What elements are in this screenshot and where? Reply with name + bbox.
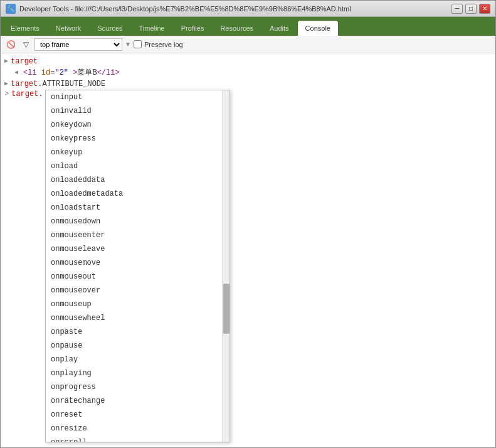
- list-item[interactable]: onscroll: [46, 435, 222, 442]
- frame-select[interactable]: top frame: [34, 38, 122, 51]
- console-line-html: ◀ <li id="2" >菜单B</li>: [4, 67, 492, 78]
- close-button[interactable]: ✕: [479, 4, 490, 14]
- list-item[interactable]: onratechange: [46, 394, 222, 408]
- window-controls: ─ □ ✕: [451, 4, 490, 14]
- prompt-arrow: >: [4, 90, 9, 99]
- tab-resources[interactable]: Resources: [213, 21, 261, 36]
- dropdown-list[interactable]: oninput oninvalid onkeydown onkeypress o…: [46, 90, 222, 442]
- list-item[interactable]: onprogress: [46, 380, 222, 394]
- list-item[interactable]: onreset: [46, 408, 222, 422]
- preserve-log-label: Preserve log: [144, 41, 183, 48]
- list-item[interactable]: onkeypress: [46, 132, 222, 146]
- list-item[interactable]: onkeyup: [46, 146, 222, 159]
- scrollbar-track[interactable]: [222, 90, 230, 442]
- tab-elements[interactable]: Elements: [3, 21, 47, 36]
- target-text: target: [11, 56, 38, 67]
- html-tag: <li id="2" >菜单B</li>: [23, 67, 120, 78]
- tab-bar: Elements Network Sources Timeline Profil…: [1, 17, 495, 36]
- list-item[interactable]: onmousewheel: [46, 311, 222, 325]
- maximize-button[interactable]: □: [465, 4, 477, 14]
- autocomplete-dropdown: oninput oninvalid onkeydown onkeypress o…: [45, 90, 230, 442]
- console-line-target: ▶ target: [4, 56, 492, 67]
- list-item[interactable]: onpaste: [46, 325, 222, 339]
- tab-console[interactable]: Console: [298, 21, 338, 36]
- list-item[interactable]: onmouseup: [46, 297, 222, 311]
- list-item[interactable]: onkeydown: [46, 118, 222, 132]
- tab-sources[interactable]: Sources: [90, 21, 130, 36]
- expand-arrow-3[interactable]: ▶: [4, 78, 8, 90]
- console-content: ▶ target ◀ <li id="2" >菜单B</li> ▶ target…: [1, 53, 495, 447]
- list-item[interactable]: onmousedown: [46, 215, 222, 228]
- list-item[interactable]: onmouseover: [46, 284, 222, 297]
- list-item[interactable]: onmousemove: [46, 256, 222, 270]
- tab-network[interactable]: Network: [48, 21, 88, 36]
- list-item[interactable]: onpause: [46, 339, 222, 353]
- list-item[interactable]: onloadstart: [46, 201, 222, 215]
- list-item[interactable]: onmouseleave: [46, 242, 222, 256]
- clear-button[interactable]: 🚫: [4, 38, 17, 51]
- filter-button[interactable]: ▽: [19, 38, 32, 51]
- expand-arrow-1[interactable]: ▶: [4, 56, 8, 67]
- tab-profiles[interactable]: Profiles: [174, 21, 212, 36]
- attr-node-text: .ATTRIBUTE_NODE: [38, 78, 105, 90]
- window-title: Developer Tools - file:///C:/Users/l3/De…: [19, 5, 451, 13]
- list-item[interactable]: oninvalid: [46, 104, 222, 118]
- expand-arrow-2[interactable]: ◀: [14, 67, 18, 78]
- list-item[interactable]: onload: [46, 159, 222, 173]
- list-item[interactable]: onloadedmetadata: [46, 187, 222, 201]
- title-bar: 🔧 Developer Tools - file:///C:/Users/l3/…: [1, 1, 495, 17]
- list-item[interactable]: onmouseout: [46, 270, 222, 284]
- tab-timeline[interactable]: Timeline: [132, 21, 172, 36]
- console-line-attr: ▶ target.ATTRIBUTE_NODE: [4, 78, 492, 90]
- preserve-log-checkbox[interactable]: [134, 40, 142, 48]
- list-item[interactable]: onresize: [46, 422, 222, 435]
- target-attr-text: target: [11, 78, 38, 90]
- frame-dropdown-arrow: ▼: [125, 41, 131, 48]
- minimize-button[interactable]: ─: [451, 4, 463, 14]
- list-item[interactable]: onplaying: [46, 366, 222, 380]
- devtools-window: 🔧 Developer Tools - file:///C:/Users/l3/…: [0, 0, 496, 448]
- app-icon: 🔧: [6, 4, 16, 14]
- list-item[interactable]: oninput: [46, 90, 222, 104]
- input-prefix: target.: [11, 90, 43, 99]
- list-item[interactable]: onmouseenter: [46, 228, 222, 242]
- list-item[interactable]: onloadeddata: [46, 173, 222, 187]
- list-item[interactable]: onplay: [46, 353, 222, 366]
- frame-selector: top frame ▼: [34, 38, 131, 51]
- tab-audits[interactable]: Audits: [262, 21, 297, 36]
- preserve-log-container: Preserve log: [134, 40, 183, 48]
- console-toolbar: 🚫 ▽ top frame ▼ Preserve log: [1, 36, 495, 53]
- autocomplete-container: > target. oninput oninvalid onkeydown on…: [4, 90, 492, 445]
- scrollbar-thumb[interactable]: [223, 284, 230, 334]
